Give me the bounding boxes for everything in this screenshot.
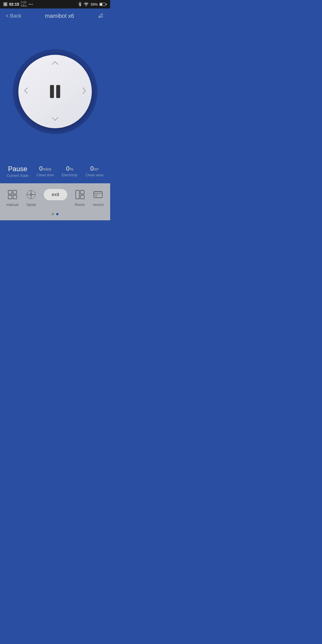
- stat-clean-time-value: 0mins: [39, 166, 51, 172]
- stat-clean-area: 0m² Clean area: [85, 166, 103, 177]
- svg-line-1: [80, 4, 81, 5]
- svg-rect-16: [80, 195, 84, 199]
- page-title: mamibot x6: [45, 13, 74, 19]
- battery-icon: [99, 3, 107, 6]
- control-pad[interactable]: [18, 55, 92, 128]
- svg-point-9: [30, 194, 32, 195]
- svg-rect-6: [8, 195, 12, 199]
- battery-percent: 39%: [90, 2, 98, 6]
- arrow-up-button[interactable]: [51, 60, 59, 67]
- action-spiral[interactable]: Sprial: [25, 189, 37, 207]
- stats-bar: Pause Current State 0mins Clean time 0% …: [0, 160, 110, 183]
- close-icon: ✕: [3, 2, 7, 6]
- svg-line-0: [80, 3, 81, 5]
- pause-bar-right: [56, 85, 60, 98]
- exit-button[interactable]: exit: [44, 189, 67, 200]
- spiral-label: Sprial: [26, 203, 36, 207]
- stat-pause-label: Current State: [7, 173, 29, 178]
- svg-rect-14: [76, 190, 79, 199]
- manual-icon: [7, 189, 18, 200]
- room-icon: [74, 189, 86, 200]
- edit-icon[interactable]: [98, 12, 105, 19]
- page-dots: [3, 210, 107, 217]
- stat-clean-area-value: 0m²: [90, 166, 99, 172]
- bottom-panel: manual Sprial exit: [0, 183, 110, 220]
- svg-rect-17: [94, 192, 102, 198]
- pause-center[interactable]: [50, 85, 60, 98]
- status-right: 39%: [78, 2, 107, 6]
- network-speed: 0.60KB/s: [21, 1, 27, 8]
- arrow-left-button[interactable]: [23, 87, 29, 96]
- room-label: Room: [75, 203, 85, 207]
- svg-rect-7: [13, 195, 17, 199]
- back-button[interactable]: < Back: [6, 13, 21, 19]
- pause-bar-left: [50, 85, 54, 98]
- bottom-actions: manual Sprial exit: [3, 189, 107, 210]
- stat-electricity: 0% Electricity: [62, 166, 78, 177]
- stat-clean-time: 0mins Clean time: [36, 166, 54, 177]
- action-exit[interactable]: exit: [44, 189, 67, 200]
- status-dots: •••: [29, 2, 33, 6]
- record-icon: [92, 189, 104, 200]
- record-label: record: [93, 203, 103, 207]
- dot-2: [56, 213, 58, 215]
- stat-electricity-label: Electricity: [62, 173, 78, 177]
- control-outer: [13, 49, 97, 134]
- stat-electricity-value: 0%: [66, 166, 73, 172]
- action-room[interactable]: Room: [74, 189, 86, 207]
- status-left: ✕ 02:15 0.60KB/s •••: [3, 1, 33, 8]
- svg-point-2: [86, 6, 86, 6]
- action-manual[interactable]: manual: [6, 189, 18, 207]
- spiral-icon: [25, 189, 37, 200]
- svg-rect-5: [13, 190, 17, 194]
- manual-label: manual: [6, 203, 18, 207]
- stat-pause-value: Pause: [8, 166, 27, 172]
- status-time: 02:15: [9, 2, 19, 6]
- arrow-right-button[interactable]: [82, 87, 87, 96]
- svg-rect-4: [8, 190, 12, 194]
- stat-clean-time-label: Clean time: [36, 173, 54, 177]
- back-label: < Back: [6, 13, 21, 19]
- bluetooth-icon: [78, 2, 82, 6]
- main-content: [0, 22, 110, 160]
- stat-clean-area-label: Clean area: [85, 173, 103, 177]
- svg-rect-15: [80, 190, 84, 194]
- arrow-down-button[interactable]: [51, 116, 59, 123]
- stat-pause: Pause Current State: [7, 166, 29, 178]
- status-bar: ✕ 02:15 0.60KB/s ••• 39%: [0, 0, 110, 8]
- dot-1: [52, 213, 54, 215]
- wifi-icon: [84, 2, 89, 6]
- header: < Back mamibot x6: [0, 8, 110, 22]
- action-record[interactable]: record: [92, 189, 104, 207]
